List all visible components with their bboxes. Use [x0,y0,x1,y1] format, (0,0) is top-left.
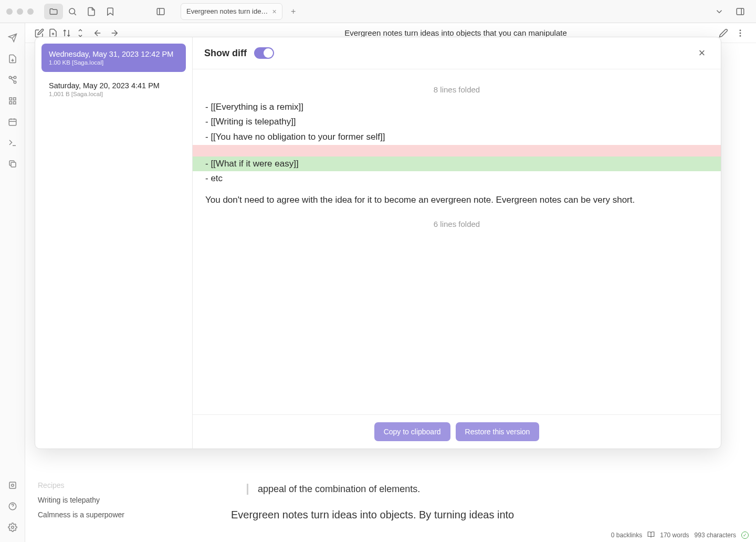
gear-icon[interactable] [4,519,21,536]
svg-point-18 [740,35,741,36]
toggle-knob [264,48,273,58]
diff-footer: Copy to clipboard Restore this version [193,414,721,449]
close-icon[interactable]: × [695,46,709,60]
graph-icon[interactable] [4,71,21,88]
minimize-window-button[interactable] [17,8,23,15]
close-icon[interactable]: × [272,7,276,16]
status-bar: 0 backlinks 170 words 993 characters ✓ [604,528,756,542]
top-toolbar: Evergreen notes turn ide… × + [0,0,756,23]
version-item[interactable]: Saturday, May 20, 2023 4:41 PM 1,001 B [… [41,75,186,103]
svg-point-0 [69,8,75,14]
tab-title: Evergreen notes turn ide… [186,7,268,15]
bookmark-button[interactable] [101,4,120,19]
svg-point-15 [11,526,14,529]
inbox-icon[interactable] [4,50,21,67]
restore-version-button[interactable]: Restore this version [456,422,540,441]
svg-point-17 [740,33,741,34]
diff-paragraph: You don't need to agree with the idea fo… [193,186,721,214]
svg-rect-11 [11,162,16,167]
svg-rect-7 [13,98,16,100]
svg-rect-8 [9,102,12,105]
char-count: 993 characters [695,531,736,539]
bg-paragraph2: Evergreen notes turn ideas into objects.… [231,509,677,521]
svg-rect-6 [9,98,12,100]
diff-body: 8 lines folded - [[Everything is a remix… [193,69,721,414]
tab-evergreen-notes[interactable]: Evergreen notes turn ide… × [181,3,282,20]
version-list: Wednesday, May 31, 2023 12:42 PM 1.00 KB… [35,37,193,449]
version-item[interactable]: Wednesday, May 31, 2023 12:42 PM 1.00 KB… [41,44,186,72]
svg-rect-2 [737,8,744,15]
diff-line: - [[Writing is telepathy]] [193,114,721,130]
grid-icon[interactable] [4,92,21,109]
send-icon[interactable] [4,29,21,46]
svg-rect-12 [9,482,16,488]
copy-icon[interactable] [4,155,21,172]
diff-line: - [[You have no obligation to your forme… [193,130,721,145]
chevron-down-button[interactable] [710,4,729,19]
list-item[interactable]: Calmness is a superpower [34,507,174,522]
diff-header: Show diff × [193,37,721,69]
close-window-button[interactable] [6,8,13,15]
svg-rect-9 [13,102,16,105]
tabs-area: Evergreen notes turn ide… × + [181,3,301,20]
diff-view: Show diff × 8 lines folded - [[Everythin… [193,37,721,449]
calendar-icon[interactable] [4,113,21,130]
help-icon[interactable] [4,498,21,515]
list-item[interactable]: Writing is telepathy [34,493,174,507]
version-date: Saturday, May 20, 2023 4:41 PM [49,81,178,90]
book-icon [647,531,655,540]
fold-marker-top[interactable]: 8 lines folded [193,80,721,100]
more-icon[interactable] [733,26,748,40]
diff-line-removed [193,145,721,157]
show-diff-label: Show diff [204,48,247,59]
diff-line: - etc [193,171,721,186]
terminal-icon[interactable] [4,134,21,151]
version-meta: 1.00 KB [Saga.local] [49,59,178,66]
svg-point-13 [11,484,14,487]
show-diff-toggle[interactable] [254,47,274,59]
word-count: 170 words [660,531,689,539]
maximize-window-button[interactable] [27,8,34,15]
window-controls [6,8,34,15]
bg-sidebar: Recipes Writing is telepathy Calmness is… [25,474,183,526]
diff-line: - [[Everything is a remix]] [193,100,721,115]
sync-ok-icon: ✓ [741,531,749,539]
page-title: Evergreen notes turn ideas into objects … [200,28,712,37]
panel-button[interactable] [151,4,170,19]
bg-paragraph: appeal of the combination of elements. [247,484,677,495]
folder-button[interactable] [44,4,63,19]
diff-line-added: - [[What if it were easy]] [193,157,721,172]
backlinks-count[interactable]: 0 backlinks [611,531,642,539]
version-meta: 1,001 B [Saga.local] [49,91,178,97]
right-panel-button[interactable] [731,4,750,19]
add-tab-button[interactable]: + [286,4,301,19]
svg-rect-10 [9,119,16,126]
fold-marker-bottom[interactable]: 6 lines folded [193,214,721,234]
document-button[interactable] [82,4,101,19]
version-date: Wednesday, May 31, 2023 12:42 PM [49,50,178,58]
search-button[interactable] [63,4,82,19]
map-pin-icon[interactable] [4,477,21,494]
svg-point-16 [740,30,741,31]
copy-to-clipboard-button[interactable]: Copy to clipboard [374,422,450,441]
list-item[interactable]: Recipes [34,478,174,493]
svg-point-5 [14,76,16,79]
svg-rect-1 [157,8,164,15]
left-rail [0,23,25,542]
version-history-modal: Wednesday, May 31, 2023 12:42 PM 1.00 KB… [35,37,721,449]
